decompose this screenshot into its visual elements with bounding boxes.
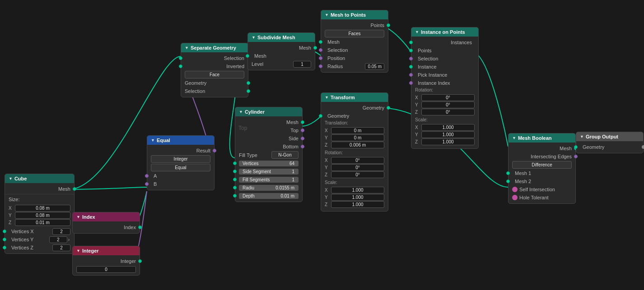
transform-tz[interactable]: 0.006 m <box>331 142 384 148</box>
index-header[interactable]: ▼ Index <box>73 212 140 221</box>
separate-geometry-header[interactable]: ▼ Separate Geometry <box>181 43 248 52</box>
sg-face-dropdown[interactable]: Face <box>185 71 244 78</box>
iop-points-row: Points <box>411 46 478 55</box>
index-output-row: Index <box>73 223 140 231</box>
equal-a-socket <box>144 173 149 178</box>
mb-self-toggle[interactable] <box>512 187 518 192</box>
cube-z[interactable]: 0.01 m <box>15 219 70 226</box>
integer-value[interactable]: 0 <box>76 266 136 273</box>
sg-inverted-label: Inverted <box>185 64 244 69</box>
cyl-filltype-dropdown[interactable]: N-Gon <box>271 151 299 159</box>
equal-a-label: A <box>151 173 210 179</box>
mtp-points-out-row: Points <box>321 21 388 29</box>
cyl-chevron: ▼ <box>239 110 243 114</box>
mtp-radius-val[interactable]: 0.05 m <box>365 63 384 70</box>
cube-header[interactable]: ▼ Cube <box>5 174 74 183</box>
mb-difference-row: Difference <box>509 161 575 169</box>
cyl-title: Cylinder <box>245 109 265 115</box>
iop-points-label: Points <box>415 48 475 53</box>
cube-vx-val[interactable]: 2 <box>52 228 70 235</box>
iop-index-label: Instance Index <box>415 80 475 86</box>
equal-header[interactable]: ▼ Equal <box>147 136 214 145</box>
iop-ry[interactable]: 0° <box>421 101 475 108</box>
sm-mesh-out-row: Mesh <box>248 44 315 52</box>
cube-vy-val[interactable]: 2 <box>49 236 67 243</box>
equal-type1-dropdown[interactable]: Integer <box>151 155 210 163</box>
sm-level-val[interactable]: 1 <box>293 61 311 68</box>
iop-points-socket <box>409 49 413 52</box>
mtp-radius-label: Radius <box>325 64 365 69</box>
cyl-depth-val-box[interactable]: Depth 0.01 m <box>239 193 299 199</box>
cyl-header[interactable]: ▼ Cylinder <box>235 107 302 116</box>
iop-index-row: Instance Index <box>411 79 478 87</box>
index-title: Index <box>82 214 95 220</box>
cyl-fillseg-val-box[interactable]: Fill Segments 1 <box>239 177 299 183</box>
iop-header[interactable]: ▼ Instance on Points <box>411 28 478 37</box>
mb-mesh1-socket <box>506 171 510 175</box>
transform-header[interactable]: ▼ Transform <box>321 93 388 102</box>
integer-header[interactable]: ▼ Integer <box>73 246 140 255</box>
sg-geometry-out-label: Geometry <box>185 80 244 86</box>
iop-rx[interactable]: 0° <box>421 94 475 101</box>
mb-hole-toggle[interactable] <box>512 195 518 200</box>
cyl-filltype-row: Fill Type N-Gon <box>235 151 302 159</box>
mtp-faces-dropdown[interactable]: Faces <box>325 30 384 37</box>
mtp-header[interactable]: ▼ Mesh to Points <box>321 10 388 19</box>
cube-vx-socket <box>3 230 6 233</box>
mb-header[interactable]: ▼ Mesh Boolean <box>509 133 575 143</box>
transform-sx[interactable]: 1.000 <box>331 187 384 193</box>
cube-y[interactable]: 0.08 m <box>15 212 70 219</box>
cyl-side-socket <box>300 136 305 141</box>
cube-x[interactable]: 0.08 m <box>15 205 70 212</box>
cyl-mesh-out-row: Mesh <box>235 118 302 126</box>
transform-node: ▼ Transform Geometry Geometry Translatio… <box>321 92 388 212</box>
sm-chevron: ▼ <box>252 35 256 40</box>
go-output-socket <box>642 145 644 149</box>
cube-vy-socket <box>3 238 6 241</box>
sg-geometry-out-row: Geometry <box>181 79 248 87</box>
iop-selection-row: Selection <box>411 55 478 63</box>
sm-mesh-in-label: Mesh <box>252 53 311 59</box>
transform-sy[interactable]: 1.000 <box>331 194 384 201</box>
transform-ry[interactable]: 0° <box>331 164 384 171</box>
transform-rz[interactable]: 0° <box>331 171 384 178</box>
iop-instances-in-label: Instances <box>415 40 475 45</box>
mtp-position-row: Position <box>321 54 388 62</box>
sm-header[interactable]: ▼ Subdivide Mesh <box>248 33 315 42</box>
mb-difference-dropdown[interactable]: Difference <box>512 161 572 169</box>
transform-tx[interactable]: 0 m <box>331 127 384 134</box>
iop-sz[interactable]: 1.000 <box>421 138 475 145</box>
subdivide-mesh-node: ▼ Subdivide Mesh Mesh Mesh Level 1 <box>247 32 315 70</box>
integer-value-row: 0 <box>73 265 140 273</box>
integer-label: Integer <box>121 258 136 264</box>
cube-vy-label: Vertices Y <box>9 237 49 242</box>
sg-title: Separate Geometry <box>191 45 236 51</box>
transform-rx[interactable]: 0° <box>331 157 384 164</box>
transform-body: Geometry Geometry Translation: X0 m Y0 m… <box>321 102 388 211</box>
iop-rz[interactable]: 0° <box>421 109 475 115</box>
equal-title: Equal <box>157 138 170 143</box>
transform-sz[interactable]: 1.000 <box>331 201 384 208</box>
cube-vz-val[interactable]: 2 <box>52 244 70 251</box>
mb-mesh-out-label: Mesh <box>560 146 572 151</box>
iop-sx[interactable]: 1.000 <box>421 124 475 131</box>
iop-instance-socket <box>409 65 413 69</box>
iop-sy[interactable]: 1.000 <box>421 131 475 138</box>
go-header[interactable]: ▼ Group Output <box>576 132 643 141</box>
cyl-sideseg-val-box[interactable]: Side Segment 1 <box>239 169 299 175</box>
transform-ty[interactable]: 0 m <box>331 134 384 141</box>
cyl-vertices-val-box[interactable]: Vertices 64 <box>239 161 299 166</box>
cube-vz-label: Vertices Z <box>9 245 52 250</box>
transform-chevron: ▼ <box>325 95 329 100</box>
equal-type2-dropdown[interactable]: Equal <box>151 164 210 171</box>
mb-mesh2-label: Mesh 2 <box>512 179 572 184</box>
cyl-body: Mesh Top Side Bottom Fill Type N-Gon Ver… <box>235 116 302 202</box>
cyl-radius-label: Radiu <box>243 185 254 190</box>
sg-selection-out-row: Selection <box>181 87 248 95</box>
cyl-filltype-label: Fill Type <box>239 152 271 158</box>
cyl-radius-val-box[interactable]: Radiu 0.0155 m <box>239 185 299 191</box>
iop-instance-row: Instance <box>411 63 478 71</box>
mtp-mesh-in-label: Mesh <box>325 39 384 45</box>
go-geometry-row: Geometry <box>576 143 643 151</box>
iop-selection-socket <box>408 56 413 61</box>
